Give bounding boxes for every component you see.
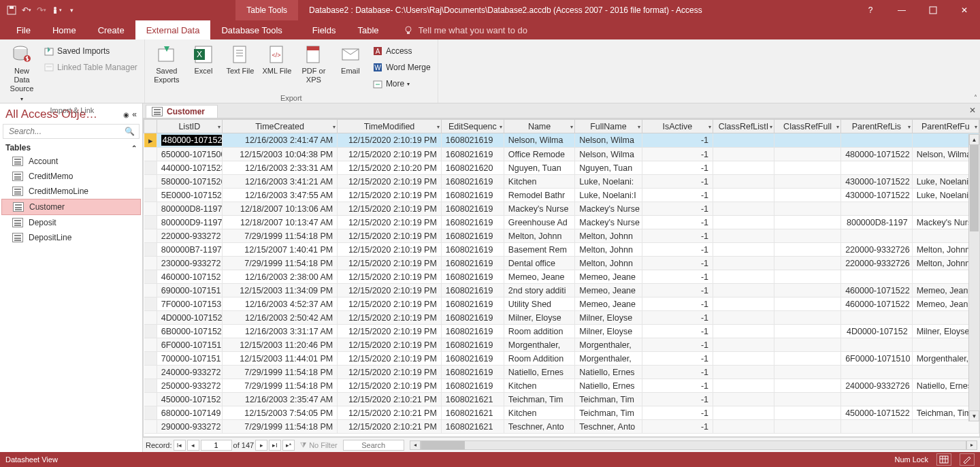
table-row[interactable]: 6F0000-10715112/15/2003 11:20:46 PM12/15… [144,338,979,352]
row-selector[interactable] [144,175,157,189]
column-header-Name[interactable]: Name▾ [504,120,575,133]
cell-EditSequence[interactable]: 1608021619 [441,338,504,352]
datasheet-view-button[interactable] [936,453,951,466]
column-header-TimeModified[interactable]: TimeModified▾ [338,120,442,133]
cell-ListID[interactable]: 5E0000-107152 [157,189,222,202]
cell-ClassRefListID[interactable] [713,216,774,229]
cell-TimeCreated[interactable]: 7/29/1999 11:54:18 PM [222,420,337,434]
cell-TimeCreated[interactable]: 12/16/2003 3:47:55 AM [222,189,337,202]
cell-ClassRefListID[interactable] [713,270,774,284]
undo-icon[interactable]: ↶▾ [20,4,33,16]
column-dropdown-icon[interactable]: ▾ [708,123,711,129]
table-row[interactable]: 800000B7-119712/15/2007 1:40:41 PM12/15/… [144,243,979,257]
row-selector[interactable]: ▸ [144,133,157,148]
row-selector[interactable] [144,311,157,325]
cell-ParentRefListID[interactable]: 6F0000-1071510 [841,352,913,366]
last-record-button[interactable]: ▸I [269,440,281,451]
column-header-ParentRefFullName[interactable]: ParentRefFu▾ [912,120,979,133]
cell-TimeCreated[interactable]: 12/15/2007 1:40:41 PM [222,243,337,257]
table-row[interactable]: 220000-9332727/29/1999 11:54:18 PM12/15/… [144,229,979,243]
cell-ClassRefListID[interactable] [713,297,774,311]
cell-ParentRefListID[interactable] [841,366,913,379]
cell-FullName[interactable]: Natiello, Ernes [575,366,642,379]
cell-TimeCreated[interactable]: 12/18/2007 10:13:06 AM [222,202,337,216]
new-data-source-button[interactable]: New Data Source▾ [4,42,39,105]
cell-EditSequence[interactable]: 1608021619 [441,352,504,366]
table-row[interactable]: 460000-10715212/16/2003 2:38:00 AM12/15/… [144,270,979,284]
column-header-FullName[interactable]: FullName▾ [575,120,642,133]
cell-Name[interactable]: Room Addition [504,352,575,366]
column-header-ClassRefFullName[interactable]: ClassRefFull▾ [774,120,840,133]
sidebar-item-creditmemo[interactable]: CreditMemo [0,169,142,184]
cell-ClassRefListID[interactable] [713,311,774,325]
cell-ListID[interactable]: 290000-933272 [157,420,222,434]
cell-EditSequence[interactable]: 1608021619 [441,189,504,202]
cell-Name[interactable]: Room addition [504,325,575,338]
table-row[interactable]: 690000-10715112/15/2003 11:34:09 PM12/15… [144,284,979,297]
table-row[interactable]: 450000-10715212/16/2003 2:35:47 AM12/15/… [144,393,979,406]
cell-ListID[interactable]: 250000-933272 [157,379,222,393]
tables-group-header[interactable]: Tables⌃ [0,139,142,154]
pdf-xps-export-button[interactable]: PDF or XPS [296,42,331,86]
cell-IsActive[interactable]: -1 [642,406,713,420]
tab-home[interactable]: Home [42,20,87,39]
cell-Name[interactable]: Kitchen [504,406,575,420]
cell-TimeCreated[interactable]: 7/29/1999 11:54:18 PM [222,229,337,243]
cell-IsActive[interactable]: -1 [642,297,713,311]
cell-ClassRefListID[interactable] [713,284,774,297]
cell-ListID[interactable]: 7F0000-107153 [157,297,222,311]
row-selector[interactable] [144,366,157,379]
cell-ClassRefListID[interactable] [713,161,774,175]
cell-TimeCreated[interactable]: 12/15/2003 7:54:05 PM [222,406,337,420]
cell-ListID[interactable]: 230000-933272 [157,257,222,270]
cell-ListID[interactable]: 690000-107151 [157,284,222,297]
touch-mode-icon[interactable]: ▾ [50,4,63,16]
scroll-left-icon[interactable]: ◂ [410,440,421,450]
cell-ListID[interactable]: 4D0000-107152 [157,311,222,325]
cell-FullName[interactable]: Memeo, Jeane [575,297,642,311]
cell-EditSequence[interactable]: 1608021619 [441,175,504,189]
cell-FullName[interactable]: Mackey's Nurse [575,202,642,216]
cell-ClassRefListID[interactable] [713,338,774,352]
cell-IsActive[interactable]: -1 [642,202,713,216]
column-dropdown-icon[interactable]: ▾ [975,123,977,129]
cell-FullName[interactable]: Nelson, Wilma [575,133,642,148]
cell-TimeModified[interactable]: 12/15/2020 2:10:20 PM [338,161,442,175]
access-export-button[interactable]: AAccess [372,44,431,59]
cell-IsActive[interactable]: -1 [642,243,713,257]
horizontal-scrollbar[interactable]: ◂ ▸ [410,440,977,450]
cell-ParentRefListID[interactable] [841,393,913,406]
table-row[interactable]: 5E0000-10715212/16/2003 3:47:55 AM12/15/… [144,189,979,202]
row-selector[interactable] [144,379,157,393]
scroll-thumb[interactable] [970,145,979,231]
cell-ClassRefFullName[interactable] [774,406,840,420]
cell-TimeModified[interactable]: 12/15/2020 2:10:19 PM [338,297,442,311]
cell-EditSequence[interactable]: 1608021619 [441,216,504,229]
row-selector[interactable] [144,189,157,202]
column-dropdown-icon[interactable]: ▾ [638,123,640,129]
cell-Name[interactable]: Office Remode [504,148,575,161]
cell-IsActive[interactable]: -1 [642,311,713,325]
column-dropdown-icon[interactable]: ▾ [908,123,911,129]
cell-ClassRefListID[interactable] [713,420,774,434]
cell-ClassRefFullName[interactable] [774,270,840,284]
cell-EditSequence[interactable]: 1608021619 [441,133,504,148]
cell-ParentRefListID[interactable]: 240000-9332726 [841,379,913,393]
cell-TimeCreated[interactable]: 12/15/2003 10:04:38 PM [222,148,337,161]
next-record-button[interactable]: ▸ [255,440,267,451]
cell-ClassRefListID[interactable] [713,175,774,189]
cell-EditSequence[interactable]: 1608021621 [441,393,504,406]
cell-ClassRefFullName[interactable] [774,257,840,270]
cell-IsActive[interactable]: -1 [642,379,713,393]
column-header-IsActive[interactable]: IsActive▾ [642,120,713,133]
cell-FullName[interactable]: Milner, Eloyse [575,311,642,325]
cell-ParentRefListID[interactable]: 480000-1071522 [841,148,913,161]
cell-IsActive[interactable]: -1 [642,189,713,202]
cell-EditSequence[interactable]: 1608021619 [441,311,504,325]
cell-Name[interactable]: Utility Shed [504,297,575,311]
cell-IsActive[interactable]: -1 [642,229,713,243]
cell-ClassRefFullName[interactable] [774,325,840,338]
cell-EditSequence[interactable]: 1608021620 [441,161,504,175]
row-selector[interactable] [144,148,157,161]
cell-FullName[interactable]: Luke, Noelani: [575,175,642,189]
